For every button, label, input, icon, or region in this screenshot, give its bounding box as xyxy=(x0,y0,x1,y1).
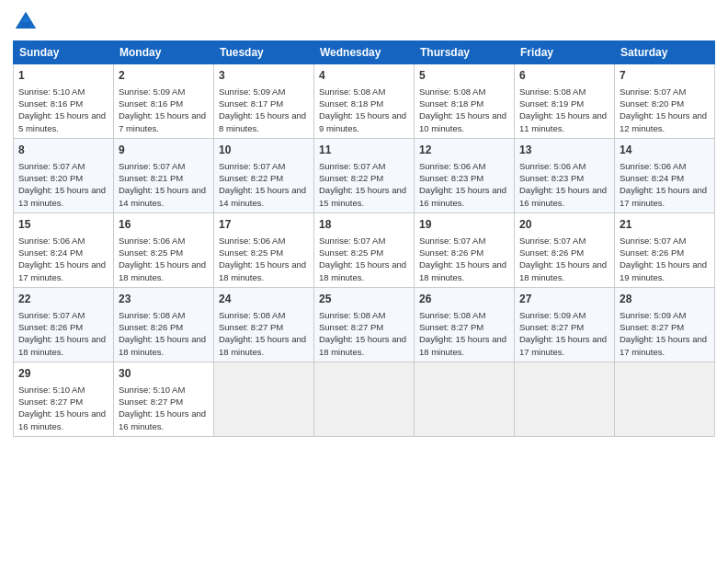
daylight-label: Daylight: 15 hours and 17 minutes. xyxy=(519,334,607,356)
calendar-cell: 2 Sunrise: 5:09 AM Sunset: 8:16 PM Dayli… xyxy=(114,64,214,139)
day-number: 30 xyxy=(119,366,209,382)
day-number: 12 xyxy=(419,143,509,158)
sunrise-label: Sunrise: 5:08 AM xyxy=(219,310,285,320)
daylight-label: Daylight: 15 hours and 16 minutes. xyxy=(18,408,106,431)
calendar-cell: 7 Sunrise: 5:07 AM Sunset: 8:20 PM Dayli… xyxy=(615,64,715,139)
sunrise-label: Sunrise: 5:08 AM xyxy=(419,310,485,320)
sunset-label: Sunset: 8:27 PM xyxy=(519,322,584,332)
calendar-cell: 6 Sunrise: 5:08 AM Sunset: 8:19 PM Dayli… xyxy=(515,64,615,139)
sunrise-label: Sunrise: 5:10 AM xyxy=(18,385,85,395)
sunrise-label: Sunrise: 5:10 AM xyxy=(119,385,185,395)
daylight-label: Daylight: 15 hours and 18 minutes. xyxy=(319,334,406,356)
sunset-label: Sunset: 8:19 PM xyxy=(519,98,584,109)
sunrise-label: Sunrise: 5:09 AM xyxy=(219,86,285,97)
sunset-label: Sunset: 8:18 PM xyxy=(319,98,383,109)
calendar-cell: 13 Sunrise: 5:06 AM Sunset: 8:23 PM Dayl… xyxy=(515,138,615,213)
daylight-label: Daylight: 15 hours and 16 minutes. xyxy=(519,185,607,207)
day-number: 1 xyxy=(18,68,108,84)
sunrise-label: Sunrise: 5:08 AM xyxy=(119,310,185,320)
day-number: 29 xyxy=(18,366,108,382)
day-number: 15 xyxy=(18,217,108,233)
header-sunday: Sunday xyxy=(14,41,114,64)
daylight-label: Daylight: 15 hours and 12 minutes. xyxy=(620,110,707,132)
daylight-label: Daylight: 15 hours and 18 minutes. xyxy=(419,259,506,282)
sunset-label: Sunset: 8:16 PM xyxy=(119,98,183,109)
calendar-cell: 16 Sunrise: 5:06 AM Sunset: 8:25 PM Dayl… xyxy=(114,213,214,287)
daylight-label: Daylight: 15 hours and 17 minutes. xyxy=(18,259,106,282)
sunrise-label: Sunrise: 5:07 AM xyxy=(219,161,285,171)
daylight-label: Daylight: 15 hours and 7 minutes. xyxy=(119,110,206,132)
calendar-cell: 27 Sunrise: 5:09 AM Sunset: 8:27 PM Dayl… xyxy=(515,287,615,362)
calendar-cell: 22 Sunrise: 5:07 AM Sunset: 8:26 PM Dayl… xyxy=(14,287,114,362)
calendar-cell: 14 Sunrise: 5:06 AM Sunset: 8:24 PM Dayl… xyxy=(615,138,715,213)
calendar-cell xyxy=(615,362,715,436)
day-number: 21 xyxy=(620,217,710,233)
day-number: 8 xyxy=(18,143,108,158)
sunrise-label: Sunrise: 5:07 AM xyxy=(620,86,686,97)
svg-rect-2 xyxy=(20,22,30,29)
sunset-label: Sunset: 8:27 PM xyxy=(219,322,283,332)
day-number: 7 xyxy=(620,68,710,84)
sunset-label: Sunset: 8:27 PM xyxy=(319,322,383,332)
calendar-cell: 18 Sunrise: 5:07 AM Sunset: 8:25 PM Dayl… xyxy=(314,213,415,287)
header-saturday: Saturday xyxy=(615,41,715,64)
daylight-label: Daylight: 15 hours and 14 minutes. xyxy=(219,185,306,207)
sunset-label: Sunset: 8:20 PM xyxy=(18,173,83,183)
sunrise-label: Sunrise: 5:09 AM xyxy=(620,310,686,320)
sunset-label: Sunset: 8:27 PM xyxy=(119,396,183,407)
sunrise-label: Sunrise: 5:07 AM xyxy=(319,236,385,246)
sunset-label: Sunset: 8:24 PM xyxy=(18,247,83,258)
daylight-label: Daylight: 15 hours and 16 minutes. xyxy=(119,408,206,431)
calendar-cell: 24 Sunrise: 5:08 AM Sunset: 8:27 PM Dayl… xyxy=(214,287,314,362)
calendar-row: 8 Sunrise: 5:07 AM Sunset: 8:20 PM Dayli… xyxy=(14,138,715,213)
sunrise-label: Sunrise: 5:09 AM xyxy=(519,310,586,320)
calendar-cell: 17 Sunrise: 5:06 AM Sunset: 8:25 PM Dayl… xyxy=(214,213,314,287)
daylight-label: Daylight: 15 hours and 18 minutes. xyxy=(519,259,607,282)
calendar-cell: 25 Sunrise: 5:08 AM Sunset: 8:27 PM Dayl… xyxy=(314,287,415,362)
sunrise-label: Sunrise: 5:08 AM xyxy=(419,86,485,97)
sunset-label: Sunset: 8:18 PM xyxy=(419,98,483,109)
daylight-label: Daylight: 15 hours and 18 minutes. xyxy=(119,259,206,282)
day-number: 11 xyxy=(319,143,409,158)
day-number: 26 xyxy=(419,292,509,307)
calendar-cell xyxy=(214,362,314,436)
sunrise-label: Sunrise: 5:07 AM xyxy=(18,310,85,320)
sunrise-label: Sunrise: 5:06 AM xyxy=(18,236,85,246)
calendar-cell: 19 Sunrise: 5:07 AM Sunset: 8:26 PM Dayl… xyxy=(415,213,515,287)
calendar-table: Sunday Monday Tuesday Wednesday Thursday… xyxy=(13,40,715,437)
day-number: 24 xyxy=(219,292,309,307)
sunrise-label: Sunrise: 5:06 AM xyxy=(119,236,185,246)
sunset-label: Sunset: 8:25 PM xyxy=(219,247,283,258)
day-number: 9 xyxy=(119,143,209,158)
calendar-cell: 1 Sunrise: 5:10 AM Sunset: 8:16 PM Dayli… xyxy=(14,64,114,139)
day-number: 22 xyxy=(18,292,108,307)
sunset-label: Sunset: 8:20 PM xyxy=(620,98,684,109)
sunset-label: Sunset: 8:24 PM xyxy=(620,173,684,183)
calendar-cell: 3 Sunrise: 5:09 AM Sunset: 8:17 PM Dayli… xyxy=(214,64,314,139)
day-number: 16 xyxy=(119,217,209,233)
header-wednesday: Wednesday xyxy=(314,41,415,64)
sunset-label: Sunset: 8:21 PM xyxy=(119,173,183,183)
day-number: 14 xyxy=(620,143,710,158)
calendar-header-row: Sunday Monday Tuesday Wednesday Thursday… xyxy=(14,41,715,64)
daylight-label: Daylight: 15 hours and 5 minutes. xyxy=(18,110,106,132)
day-number: 23 xyxy=(119,292,209,307)
calendar-cell xyxy=(515,362,615,436)
sunset-label: Sunset: 8:23 PM xyxy=(519,173,584,183)
calendar-cell: 12 Sunrise: 5:06 AM Sunset: 8:23 PM Dayl… xyxy=(415,138,515,213)
sunrise-label: Sunrise: 5:10 AM xyxy=(18,86,85,97)
calendar-row: 1 Sunrise: 5:10 AM Sunset: 8:16 PM Dayli… xyxy=(14,64,715,139)
sunset-label: Sunset: 8:25 PM xyxy=(319,247,383,258)
calendar-row: 15 Sunrise: 5:06 AM Sunset: 8:24 PM Dayl… xyxy=(14,213,715,287)
page: Sunday Monday Tuesday Wednesday Thursday… xyxy=(0,0,728,563)
calendar-cell: 30 Sunrise: 5:10 AM Sunset: 8:27 PM Dayl… xyxy=(114,362,214,436)
day-number: 25 xyxy=(319,292,409,307)
daylight-label: Daylight: 15 hours and 11 minutes. xyxy=(519,110,607,132)
calendar-cell: 15 Sunrise: 5:06 AM Sunset: 8:24 PM Dayl… xyxy=(14,213,114,287)
sunrise-label: Sunrise: 5:08 AM xyxy=(519,86,586,97)
day-number: 18 xyxy=(319,217,409,233)
sunrise-label: Sunrise: 5:08 AM xyxy=(319,86,385,97)
sunset-label: Sunset: 8:22 PM xyxy=(219,173,283,183)
daylight-label: Daylight: 15 hours and 18 minutes. xyxy=(419,334,506,356)
calendar-cell: 28 Sunrise: 5:09 AM Sunset: 8:27 PM Dayl… xyxy=(615,287,715,362)
